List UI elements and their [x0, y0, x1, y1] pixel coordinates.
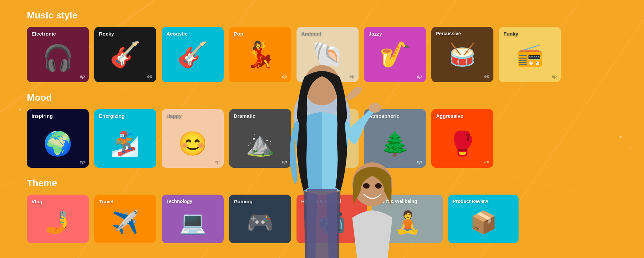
card-ambient[interactable]: 🐚 Ambient ep [297, 27, 359, 82]
card-acoustic-label: Acoustic [166, 31, 187, 37]
card-howto-label: How-To & Tutorial [301, 199, 341, 204]
card-vlog-label: Vlog [32, 199, 43, 204]
card-electronic[interactable]: 🎧 Electronic ep [27, 27, 89, 82]
card-ambient-label: Ambient [301, 31, 321, 37]
card-aggressive-label: Aggressive [436, 113, 463, 119]
card-inspiring-ep: ep [80, 159, 85, 164]
card-aggressive-ep: ep [484, 159, 489, 164]
card-dramatic-label: Dramatic [234, 113, 255, 119]
card-jazzy-label: Jazzy [369, 31, 382, 37]
card-spirit[interactable]: 🧘 Spirit & Wellbeing [372, 195, 443, 243]
mood-title: Mood [27, 92, 617, 103]
card-percussive-label: Percussive [436, 31, 461, 36]
card-happy-label: Happy [166, 113, 182, 119]
card-energizing[interactable]: 🏂 Energizing [94, 109, 156, 168]
card-percussive[interactable]: 🥁 Percussive ep [431, 27, 493, 82]
card-pop-label: Pop [234, 31, 243, 37]
card-dramatic-ep: ep [282, 159, 287, 164]
card-atmospheric[interactable]: 🌲 Atmospheric ep [364, 109, 426, 168]
music-style-title: Music style [27, 10, 617, 21]
card-product-label: Product Review [453, 199, 488, 204]
theme-section: Theme 🤳 Vlog ✈️ Travel 💻 Technology 🎮 Ga… [27, 178, 617, 243]
card-atmospheric-ep: ep [417, 159, 422, 164]
card-funky[interactable]: 📻 Funky ep [499, 27, 561, 82]
card-happy-ep: ep [215, 159, 220, 164]
mood-section: Mood 🌍 Inspiring ep 🏂 Energizing 😊 Happy… [27, 92, 617, 168]
card-inspiring[interactable]: 🌍 Inspiring ep [27, 109, 89, 168]
card-travel-label: Travel [99, 199, 113, 204]
card-percussive-ep: ep [484, 74, 489, 79]
card-electronic-label: Electronic [32, 31, 56, 37]
card-energizing-label: Energizing [99, 113, 125, 119]
card-jazzy[interactable]: 🎷 Jazzy ep [364, 27, 426, 82]
card-jazzy-ep: ep [417, 74, 422, 79]
card-product[interactable]: 📦 Product Review [448, 195, 519, 243]
card-acoustic[interactable]: 🎸 Acoustic [162, 27, 224, 82]
card-dramatic[interactable]: ⛰️ Dramatic ep [229, 109, 291, 168]
card-ambient-ep: ep [350, 74, 355, 79]
card-rocky-ep: ep [147, 74, 152, 79]
card-funky-label: Funky [503, 31, 518, 37]
card-funky-ep: ep [552, 74, 557, 79]
card-pop[interactable]: 💃 Pop ep [229, 27, 291, 82]
card-aggressive[interactable]: 🥊 Aggressive ep [431, 109, 493, 168]
card-uplifting[interactable]: 🙋 Uplifting [297, 109, 359, 168]
theme-title: Theme [27, 178, 617, 189]
card-rocky-label: Rocky [99, 31, 114, 37]
mood-cards-row: 🌍 Inspiring ep 🏂 Energizing 😊 Happy ep ⛰… [27, 109, 617, 168]
music-style-cards-row: 🎧 Electronic ep 🎸 Rocky ep 🎸 Acoustic 💃 … [27, 27, 617, 82]
card-pop-ep: ep [282, 74, 287, 79]
card-spirit-label: Spirit & Wellbeing [377, 199, 417, 204]
card-travel[interactable]: ✈️ Travel [94, 195, 156, 243]
main-container: Music style 🎧 Electronic ep 🎸 Rocky ep 🎸… [0, 0, 644, 258]
card-atmospheric-label: Atmospheric [369, 113, 399, 119]
card-rocky[interactable]: 🎸 Rocky ep [94, 27, 156, 82]
card-gaming-label: Gaming [234, 199, 253, 204]
card-howto[interactable]: 📹 How-To & Tutorial [297, 195, 367, 243]
card-happy[interactable]: 😊 Happy ep [162, 109, 224, 168]
music-style-section: Music style 🎧 Electronic ep 🎸 Rocky ep 🎸… [27, 10, 617, 82]
card-electronic-ep: ep [80, 74, 85, 79]
card-technology[interactable]: 💻 Technology [162, 195, 224, 243]
card-vlog[interactable]: 🤳 Vlog [27, 195, 89, 243]
card-uplifting-label: Uplifting [301, 113, 322, 119]
card-gaming[interactable]: 🎮 Gaming [229, 195, 291, 243]
card-technology-label: Technology [166, 199, 193, 204]
theme-cards-row: 🤳 Vlog ✈️ Travel 💻 Technology 🎮 Gaming 📹… [27, 195, 617, 243]
card-inspiring-label: Inspiring [32, 113, 53, 119]
